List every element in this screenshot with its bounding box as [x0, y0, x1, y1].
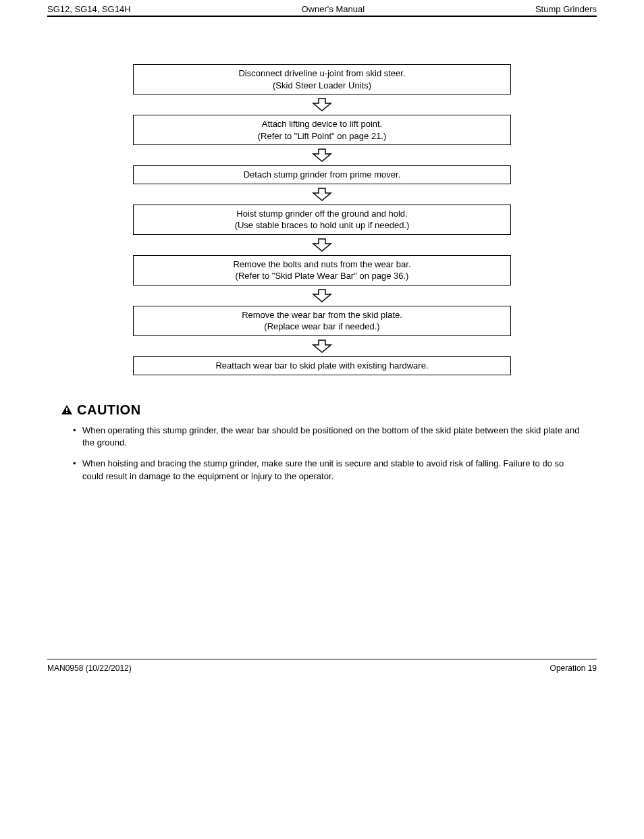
footer-right: Operation 19: [550, 664, 597, 673]
caution-bullet: When hoisting and bracing the stump grin…: [73, 458, 583, 483]
flowchart: Disconnect driveline u-joint from skid s…: [133, 64, 511, 375]
flow-step: Remove the bolts and nuts from the wear …: [133, 255, 511, 286]
caution-label: CAUTION: [61, 402, 141, 418]
down-arrow-icon: [311, 97, 333, 112]
warning-triangle-icon: [61, 404, 73, 415]
header-left: SG12, SG14, SG14H: [47, 4, 131, 14]
svg-rect-7: [66, 408, 68, 411]
svg-rect-8: [66, 412, 68, 413]
footer-left: MAN0958 (10/22/2012): [47, 664, 132, 673]
down-arrow-icon: [311, 288, 333, 303]
caution-bullet: When operating this stump grinder, the w…: [73, 425, 583, 450]
header-center: Owner's Manual: [131, 4, 535, 14]
header-divider: [47, 16, 597, 17]
svg-marker-0: [313, 99, 331, 111]
svg-marker-4: [313, 290, 331, 302]
flow-step: Reattach wear bar to skid plate with exi…: [133, 356, 511, 375]
caution-bullets: When operating this stump grinder, the w…: [61, 425, 583, 483]
down-arrow-icon: [311, 339, 333, 354]
down-arrow-icon: [311, 187, 333, 202]
caution-section: CAUTION When operating this stump grinde…: [61, 402, 583, 483]
down-arrow-icon: [311, 148, 333, 163]
header-right: Stump Grinders: [535, 4, 597, 14]
page-header: SG12, SG14, SG14H Owner's Manual Stump G…: [47, 4, 597, 16]
flow-step: Detach stump grinder from prime mover.: [133, 165, 511, 184]
flow-step: Remove the wear bar from the skid plate.…: [133, 306, 511, 336]
svg-marker-3: [313, 239, 331, 251]
svg-marker-1: [313, 149, 331, 161]
caution-text: CAUTION: [77, 402, 141, 418]
page-footer: MAN0958 (10/22/2012) Operation 19: [47, 659, 597, 673]
flow-step: Attach lifting device to lift point.(Ref…: [133, 115, 511, 145]
flow-step: Hoist stump grinder off the ground and h…: [133, 205, 511, 235]
svg-marker-5: [313, 340, 331, 352]
flow-step: Disconnect driveline u-joint from skid s…: [133, 64, 511, 94]
down-arrow-icon: [311, 238, 333, 252]
svg-marker-2: [313, 188, 331, 200]
